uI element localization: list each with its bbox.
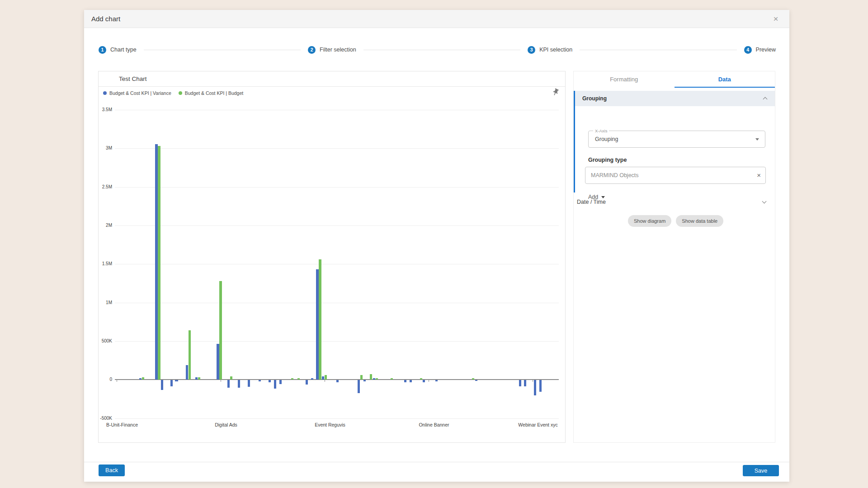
step-chart-type[interactable]: 1 Chart type bbox=[99, 46, 137, 54]
x-axis-tick bbox=[533, 380, 533, 382]
chart-bar bbox=[322, 376, 324, 380]
tab-formatting[interactable]: Formatting bbox=[574, 71, 675, 88]
grouping-section: Grouping X-Axis Grouping Grouping type M… bbox=[574, 91, 775, 192]
step-number-badge: 2 bbox=[308, 46, 316, 54]
step-label: KPI selection bbox=[539, 47, 572, 53]
chart-bar bbox=[524, 380, 526, 386]
chart-bar bbox=[170, 380, 173, 386]
clear-icon[interactable]: × bbox=[757, 167, 761, 183]
chart-bar bbox=[325, 375, 327, 380]
panel-actions: Show diagram Show data table bbox=[628, 215, 723, 227]
grouping-section-header[interactable]: Grouping bbox=[575, 91, 775, 106]
chart-bar bbox=[259, 380, 261, 381]
gridline bbox=[115, 303, 559, 303]
x-axis-category-label: Online Banner bbox=[402, 422, 466, 427]
step-number-badge: 3 bbox=[528, 46, 535, 54]
grouping-type-label: Grouping type bbox=[588, 157, 627, 163]
gridline bbox=[115, 148, 559, 149]
step-filter-selection[interactable]: 2 Filter selection bbox=[308, 46, 356, 54]
chart-bar bbox=[279, 380, 282, 384]
x-axis-category-label: Event Reguvis bbox=[298, 422, 362, 427]
gridline bbox=[115, 341, 559, 342]
date-time-section-header[interactable]: Date / Time bbox=[574, 196, 775, 208]
chart-bar bbox=[435, 380, 438, 381]
step-connector bbox=[363, 50, 520, 50]
chart-bar bbox=[336, 380, 339, 382]
x-axis-category-label: Digital Ads bbox=[194, 422, 258, 427]
show-data-table-button[interactable]: Show data table bbox=[676, 215, 723, 227]
stepper: 1 Chart type 2 Filter selection 3 KPI se… bbox=[99, 42, 776, 58]
chart-bar bbox=[420, 378, 422, 380]
grouping-type-input[interactable]: MARMIND Objects × bbox=[585, 167, 766, 184]
add-chart-modal: Add chart × 1 Chart type 2 Filter select… bbox=[84, 10, 789, 482]
chart-bar bbox=[472, 378, 474, 380]
chevron-down-icon bbox=[755, 138, 759, 141]
tab-data[interactable]: Data bbox=[675, 71, 775, 88]
step-label: Chart type bbox=[110, 47, 137, 53]
chart-bar bbox=[230, 376, 232, 380]
footer-divider bbox=[84, 462, 789, 462]
chart-bar bbox=[376, 378, 378, 380]
chart-bar bbox=[158, 146, 160, 380]
chevron-down-icon bbox=[762, 199, 767, 204]
y-axis-tick-label: 0 bbox=[99, 377, 112, 382]
gridline bbox=[115, 225, 559, 226]
chart-bar bbox=[360, 375, 363, 380]
chart-bar bbox=[391, 378, 393, 380]
x-axis-select[interactable]: X-Axis Grouping bbox=[588, 131, 765, 148]
x-axis-tick bbox=[429, 380, 429, 382]
y-axis-tick-label: 3M bbox=[99, 145, 112, 150]
step-connector bbox=[144, 50, 301, 50]
chart-preview-card: Test Chart Budget & Cost KPI | Variance … bbox=[98, 71, 566, 443]
chart-bar bbox=[219, 281, 222, 380]
x-axis-category-label: B-Unit-Finance bbox=[90, 422, 154, 427]
y-axis-tick-label: 2.5M bbox=[99, 184, 112, 189]
chart-bar bbox=[161, 380, 163, 390]
chart-bar bbox=[198, 377, 200, 380]
x-axis-category-label: Webinar Event xyc bbox=[506, 422, 570, 427]
chart-bar bbox=[423, 380, 425, 382]
chart-bar bbox=[519, 380, 521, 386]
chart-bar bbox=[139, 378, 142, 380]
chart-bar bbox=[363, 380, 366, 381]
chart-bar bbox=[274, 380, 276, 389]
chart-bar bbox=[238, 380, 240, 388]
chart-bar bbox=[306, 380, 308, 385]
step-kpi-selection[interactable]: 3 KPI selection bbox=[528, 46, 572, 54]
chart-bar bbox=[175, 380, 178, 381]
chart-bar bbox=[370, 374, 372, 380]
bar-chart-plot: 3.5M3M2.5M2M1.5M1M500K0-500KB-Unit-Finan… bbox=[99, 71, 565, 442]
step-connector bbox=[580, 50, 736, 50]
date-time-label: Date / Time bbox=[577, 196, 606, 208]
chart-bar bbox=[189, 330, 191, 380]
gridline bbox=[115, 264, 559, 264]
modal-title: Add chart bbox=[91, 10, 120, 28]
chart-bar bbox=[248, 380, 250, 387]
y-axis-tick-label: 500K bbox=[99, 338, 112, 343]
chart-bar bbox=[195, 377, 198, 380]
step-number-badge: 1 bbox=[99, 46, 106, 54]
gridline bbox=[115, 187, 559, 188]
chart-bar bbox=[373, 378, 375, 380]
chevron-up-icon bbox=[763, 97, 768, 102]
x-axis-selected-value: Grouping bbox=[595, 131, 618, 147]
grouping-header-label: Grouping bbox=[582, 91, 607, 106]
show-diagram-button[interactable]: Show diagram bbox=[628, 215, 671, 227]
gridline bbox=[115, 418, 559, 419]
chart-bar bbox=[186, 365, 188, 380]
step-preview[interactable]: 4 Preview bbox=[744, 46, 776, 54]
chart-bar bbox=[319, 259, 321, 380]
y-axis-tick-label: 3.5M bbox=[99, 107, 112, 112]
y-axis-tick-label: 1M bbox=[99, 300, 112, 305]
chart-bar bbox=[297, 378, 300, 380]
x-axis-tick bbox=[325, 380, 325, 382]
step-label: Preview bbox=[756, 47, 776, 53]
chart-bar bbox=[291, 378, 293, 380]
chart-bar bbox=[269, 380, 271, 382]
chart-bar bbox=[404, 380, 406, 382]
close-icon[interactable]: × bbox=[770, 14, 781, 24]
save-button[interactable]: Save bbox=[743, 465, 779, 476]
grouping-type-value: MARMIND Objects bbox=[591, 167, 639, 183]
active-tab-underline bbox=[675, 87, 775, 88]
back-button[interactable]: Back bbox=[99, 465, 125, 476]
